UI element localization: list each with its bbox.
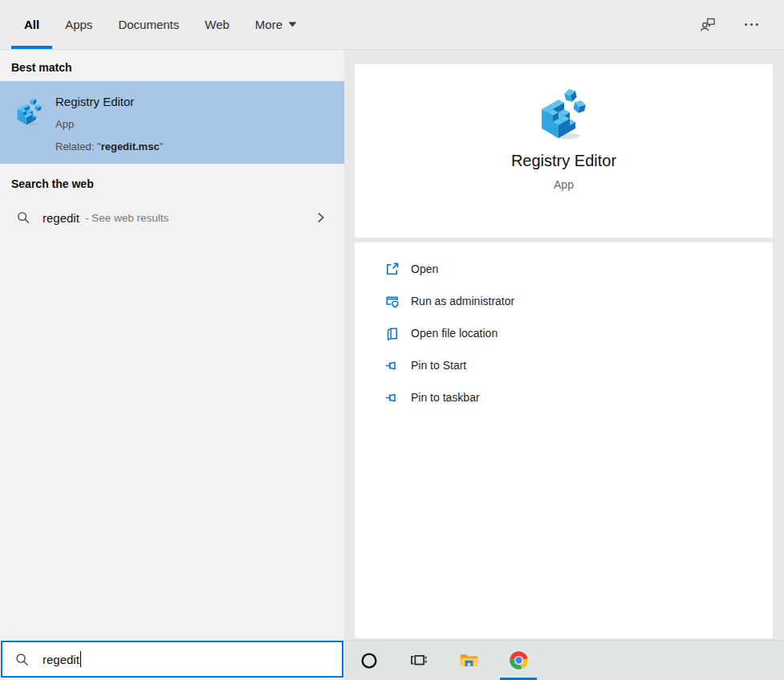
file-location-icon [384, 326, 400, 341]
tab-all[interactable]: All [11, 0, 52, 49]
pin-icon [384, 358, 400, 373]
file-explorer-button[interactable] [444, 641, 494, 680]
action-open[interactable]: Open [355, 253, 773, 285]
tab-web[interactable]: Web [192, 0, 242, 49]
chevron-down-icon [288, 22, 297, 27]
registry-editor-icon [539, 83, 589, 141]
tab-more-label: More [255, 18, 282, 31]
tab-all-label: All [24, 18, 39, 31]
taskbar [344, 640, 784, 680]
filter-tabs: All Apps Documents Web More [11, 0, 310, 49]
action-open-file-location[interactable]: Open file location [355, 317, 773, 349]
cortana-button[interactable] [344, 641, 394, 680]
action-pin-to-taskbar[interactable]: Pin to taskbar [355, 381, 773, 413]
cortana-icon [360, 652, 378, 670]
topbar-actions [694, 0, 765, 49]
search-icon [16, 210, 30, 225]
search-web-header: Search the web [11, 177, 344, 190]
run-as-admin-shield-icon [384, 294, 400, 309]
tab-documents[interactable]: Documents [105, 0, 192, 49]
action-open-file-location-label: Open file location [411, 327, 498, 340]
pin-icon [384, 390, 400, 405]
app-type: App [554, 178, 574, 191]
app-preview-card: Registry Editor App [355, 64, 773, 238]
best-match-result[interactable]: Registry Editor App Related: "regedit.ms… [0, 81, 344, 164]
action-run-as-administrator[interactable]: Run as administrator [355, 285, 773, 317]
tab-more[interactable]: More [242, 0, 310, 49]
feedback-icon [700, 16, 717, 33]
best-match-header: Best match [11, 61, 344, 74]
web-search-result[interactable]: regedit - See web results [0, 197, 344, 238]
task-view-button[interactable] [394, 641, 444, 680]
ellipsis-icon [743, 16, 760, 33]
chrome-button[interactable] [494, 641, 543, 680]
more-options-button[interactable] [737, 11, 765, 39]
best-match-related: Related: "regedit.msc" [55, 140, 163, 153]
search-input[interactable]: regedit [1, 641, 343, 678]
tab-documents-label: Documents [118, 18, 179, 31]
tab-apps-label: Apps [65, 18, 92, 31]
best-match-type: App [55, 118, 163, 130]
tab-apps[interactable]: Apps [52, 0, 105, 49]
bottom-bar: regedit [0, 640, 784, 680]
search-input-value: regedit [43, 653, 79, 666]
task-view-icon [409, 650, 429, 670]
tab-web-label: Web [205, 18, 230, 31]
search-filter-bar: All Apps Documents Web More [0, 0, 784, 50]
related-match-text: regedit.msc [101, 140, 160, 153]
app-actions-card: Open Run as administrator [355, 242, 773, 638]
best-match-title: Registry Editor [55, 93, 163, 111]
chrome-icon [508, 649, 530, 671]
action-run-as-admin-label: Run as administrator [411, 295, 514, 307]
results-panel: Best match Registry Editor App Related: … [0, 50, 344, 640]
app-name: Registry Editor [511, 152, 616, 170]
windows-search-flyout: All Apps Documents Web More [0, 0, 784, 680]
preview-panel: Registry Editor App Open [344, 50, 784, 640]
action-pin-to-taskbar-label: Pin to taskbar [411, 391, 480, 404]
file-explorer-icon [458, 649, 480, 671]
text-caret [80, 651, 82, 667]
action-open-label: Open [411, 263, 438, 275]
feedback-button[interactable] [694, 11, 721, 39]
registry-editor-icon [16, 95, 43, 127]
search-icon [14, 652, 30, 667]
web-hint-text: - See web results [85, 212, 169, 224]
action-pin-to-start[interactable]: Pin to Start [355, 349, 773, 381]
web-query-text: regedit [43, 211, 79, 225]
action-pin-to-start-label: Pin to Start [411, 359, 466, 372]
open-external-icon [384, 262, 400, 277]
chevron-right-icon[interactable] [315, 210, 327, 225]
